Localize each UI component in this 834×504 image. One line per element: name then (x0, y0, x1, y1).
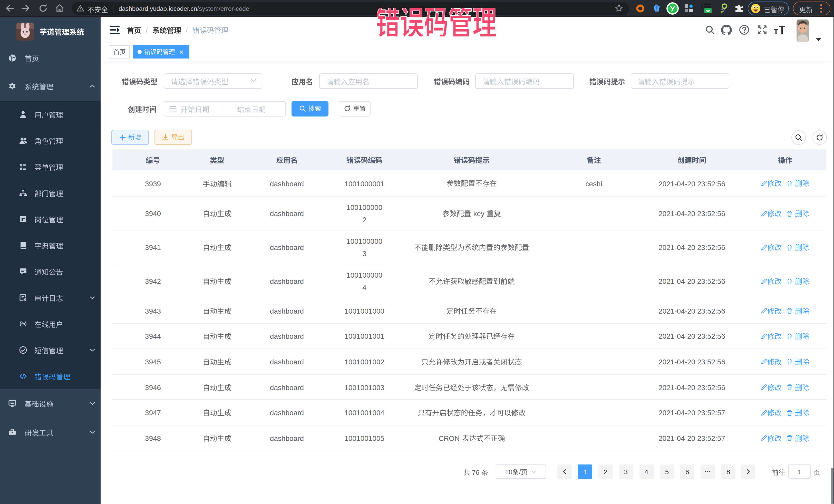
svg-text:on: on (706, 9, 710, 13)
